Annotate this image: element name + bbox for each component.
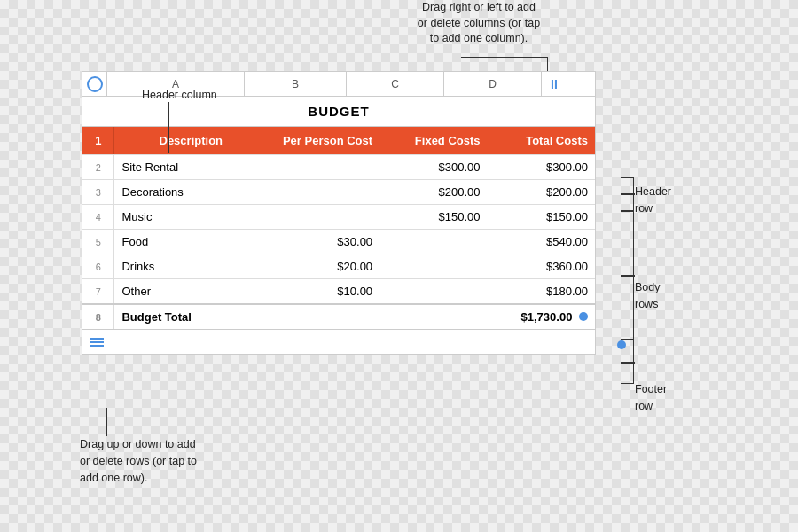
budget-table: 1 Description Per Person Cost Fixed Cost… <box>82 127 595 329</box>
row-total-3: $540.00 <box>488 230 595 254</box>
row-desc-5: Other <box>114 279 267 305</box>
row-num-1: 3 <box>82 180 114 205</box>
footer-num-cell: 8 <box>82 304 114 329</box>
row-fixed-1: $200.00 <box>379 180 487 205</box>
header-num-cell: 1 <box>82 127 114 155</box>
col-header-b: B <box>245 72 347 96</box>
annotation-footer-row: Footerrow <box>635 381 667 415</box>
table-row: 4 Music $150.00 $150.00 <box>82 205 595 230</box>
annotation-bottom: Drag up or down to addor delete rows (or… <box>80 436 197 486</box>
col-header-pause[interactable]: II <box>542 72 567 96</box>
row-total-2: $150.00 <box>488 205 595 230</box>
bracket-footer-row-mid <box>621 362 635 364</box>
row-per-1 <box>267 180 379 205</box>
annotation-header-col: Header column <box>142 89 217 101</box>
row-num-2: 4 <box>82 205 114 230</box>
annotation-body-rows-text: Bodyrows <box>635 281 661 310</box>
connector-headercol-v1 <box>168 102 169 120</box>
row-desc-2: Music <box>114 205 267 230</box>
footer-row: 8 Budget Total $1,730.00 <box>82 304 595 329</box>
connector-bottom-v <box>106 408 107 436</box>
bracket-body-rows-mid <box>621 275 635 277</box>
table-row: 5 Food $30.00 $540.00 <box>82 230 595 254</box>
row-fixed-0: $300.00 <box>379 155 487 180</box>
col-header-c: C <box>347 72 444 96</box>
annotation-body-rows: Bodyrows <box>635 279 661 313</box>
row-per-4: $20.00 <box>267 254 379 279</box>
row-fixed-2: $150.00 <box>379 205 487 230</box>
bracket-header-row-mid <box>621 193 635 195</box>
row-fixed-3 <box>379 230 487 254</box>
row-total-5: $180.00 <box>488 279 595 305</box>
table-row: 7 Other $10.00 $180.00 <box>82 279 595 305</box>
row-total-1: $200.00 <box>488 180 595 205</box>
header-per-cell: Per Person Cost <box>267 127 379 155</box>
row-num-3: 5 <box>82 230 114 254</box>
footer-total-cell: $1,730.00 <box>488 304 595 329</box>
annotation-footer-row-text: Footerrow <box>635 383 667 412</box>
header-total-cell: Total Costs <box>488 127 595 155</box>
row-desc-1: Decorations <box>114 180 267 205</box>
row-per-3: $30.00 <box>267 230 379 254</box>
table-row: 6 Drinks $20.00 $360.00 <box>82 254 595 279</box>
circle-handle-icon[interactable] <box>87 76 103 92</box>
row-desc-3: Food <box>114 230 267 254</box>
footer-fixed-cell <box>379 304 487 329</box>
connector-top-horizontal <box>461 57 548 58</box>
row-per-5: $10.00 <box>267 279 379 305</box>
annotation-header-row: Headerrow <box>635 184 671 217</box>
col-header-circle-cell[interactable] <box>82 72 107 96</box>
row-desc-4: Drinks <box>114 254 267 279</box>
row-fixed-5 <box>379 279 487 305</box>
row-num-4: 6 <box>82 254 114 279</box>
footer-desc-cell: Budget Total <box>114 304 267 329</box>
header-row: 1 Description Per Person Cost Fixed Cost… <box>82 127 595 155</box>
handle-line-1 <box>90 338 104 340</box>
column-drag-handle-d[interactable] <box>579 312 588 321</box>
connector-headercol-v2 <box>168 120 169 153</box>
annotation-bottom-text: Drag up or down to addor delete rows (or… <box>80 438 197 484</box>
bottom-handle-bar[interactable] <box>82 330 596 355</box>
col-header-d: D <box>444 72 542 96</box>
row-total-4: $360.00 <box>488 254 595 279</box>
table-container: BUDGET 1 Description Per Person Cost Fix… <box>82 96 596 330</box>
spreadsheet-wrapper: A B C D II BUDGET 1 Description <box>82 71 596 355</box>
annotation-top: Drag right or left to addor delete colum… <box>390 0 567 47</box>
row-per-2 <box>267 205 379 230</box>
row-num-0: 2 <box>82 155 114 180</box>
annotation-header-row-text: Headerrow <box>635 185 671 215</box>
row-drag-handle[interactable] <box>90 338 104 347</box>
row-fixed-4 <box>379 254 487 279</box>
row-per-0 <box>267 155 379 180</box>
handle-line-3 <box>90 345 104 347</box>
header-desc-cell: Description <box>114 127 267 155</box>
table-row: 3 Decorations $200.00 $200.00 <box>82 180 595 205</box>
handle-line-2 <box>90 341 104 343</box>
row-num-5: 7 <box>82 279 114 305</box>
table-row: 2 Site Rental $300.00 $300.00 <box>82 155 595 180</box>
header-fixed-cell: Fixed Costs <box>379 127 487 155</box>
row-total-0: $300.00 <box>488 155 595 180</box>
budget-title: BUDGET <box>82 97 595 127</box>
row-desc-0: Site Rental <box>114 155 267 180</box>
footer-per-cell <box>267 304 379 329</box>
